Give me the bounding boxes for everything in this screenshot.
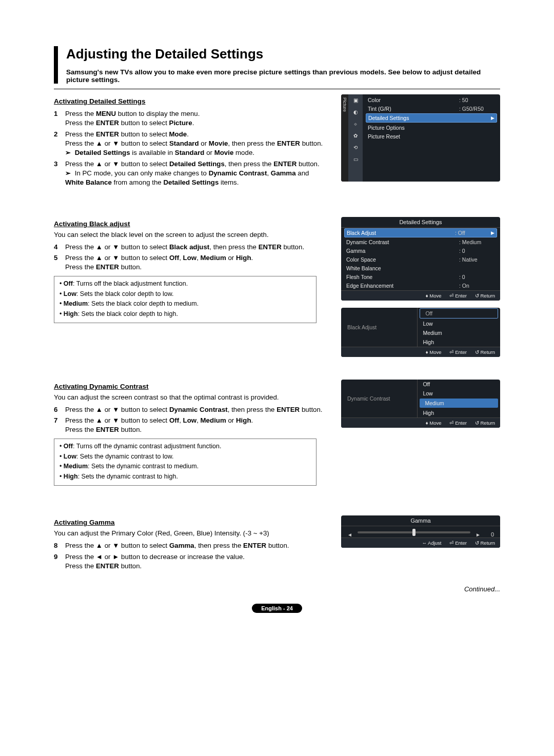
text: Press the ▲ or ▼ button to select xyxy=(65,160,169,168)
text: Press the ▲ or ▼ button to select xyxy=(65,406,169,413)
osd-item-edge-enhancement: Edge Enhancement xyxy=(346,283,459,289)
popup-option-medium: Medium xyxy=(418,328,500,337)
page-number-badge: English - 24 xyxy=(252,604,302,613)
kw-enter: ENTER xyxy=(96,119,119,127)
text: In PC mode, you can only make changes to xyxy=(75,169,209,177)
kw-dyncon: Dynamic Contrast xyxy=(169,406,228,413)
kw-medium: Medium xyxy=(201,254,226,262)
text: button to select xyxy=(119,119,169,127)
title-rule xyxy=(54,89,500,89)
continued-label: Continued... xyxy=(54,585,500,593)
osd-sidebar-label: Picture xyxy=(341,94,348,182)
footbar-return: ↺ Return xyxy=(475,420,495,426)
footbar-return: ↺ Return xyxy=(475,293,495,299)
footbar-enter: ⏎ Enter xyxy=(449,293,466,299)
kw-enter: ENTER xyxy=(243,542,266,549)
section-dynamic-contrast: Activating Dynamic Contrast You can adju… xyxy=(54,380,500,490)
osd-sidebar-icons: ▣ ◐ ⟐ ✿ ⟲ ▭ xyxy=(348,94,363,182)
osd-gamma-header: Gamma xyxy=(341,515,500,526)
text: , xyxy=(196,254,200,262)
gamma-value: 0 xyxy=(486,531,494,538)
text: Press the xyxy=(65,110,96,117)
kw-enter: ENTER xyxy=(276,406,300,413)
step-number: 8 xyxy=(54,541,65,550)
osd-item-black-adjust: Black Adjust xyxy=(347,230,455,236)
text: or xyxy=(226,254,236,262)
kw-enter: ENTER xyxy=(96,130,119,138)
footbar-return: ↺ Return xyxy=(475,349,495,355)
section-desc-c: You can adjust the screen contrast so th… xyxy=(54,393,329,401)
kw-enter: ENTER xyxy=(96,263,119,271)
osd-black-adjust-popup: Black Adjust Off Low Medium High ♦ Move … xyxy=(341,308,500,357)
text: button to display the menu. xyxy=(116,110,200,117)
step-body: Press the ▲ or ▼ button to select Detail… xyxy=(65,160,329,187)
osd-item-detailed-settings: Detailed Settings xyxy=(368,115,491,121)
osd-value: : 0 xyxy=(459,248,495,254)
section-desc-d: You can adjust the Primary Color (Red, G… xyxy=(54,529,329,537)
text: Press the ◄ or ► button to decrease or i… xyxy=(65,553,245,561)
kw-standard: Standard xyxy=(169,140,199,147)
kw-gamma: Gamma xyxy=(271,169,296,177)
kw-medium: Medium xyxy=(64,463,88,470)
text: Return xyxy=(480,349,495,355)
osd-header: Detailed Settings xyxy=(341,217,500,228)
osd-item-white-balance: White Balance xyxy=(346,265,495,271)
text: Move xyxy=(429,349,441,355)
kw-blackadjust: Black adjust xyxy=(169,243,209,251)
step-number: 5 xyxy=(54,253,65,272)
osd-value: : On xyxy=(459,283,495,289)
kw-low: Low xyxy=(183,254,197,262)
text: , xyxy=(179,416,183,424)
footbar-move: ♦ Move xyxy=(426,293,442,299)
text: , xyxy=(179,254,183,262)
footbar-adjust: ↔ Adjust xyxy=(422,540,441,546)
text: , then press the xyxy=(228,140,277,147)
section-heading-b: Activating Black adjust xyxy=(54,220,329,228)
popup-option-high: High xyxy=(418,408,500,417)
text: items. xyxy=(219,178,239,186)
kw-medium: Medium xyxy=(64,300,88,307)
text: and xyxy=(296,169,309,177)
osd-value: : Off xyxy=(455,230,491,236)
footbar-enter: ⏎ Enter xyxy=(449,420,466,426)
popup-option-off: Off xyxy=(418,380,500,389)
osd-value: : 50 xyxy=(459,97,495,103)
slider-right-arrow-icon: ► xyxy=(476,532,481,538)
step-number: 1 xyxy=(54,109,65,128)
text: Enter xyxy=(455,420,467,426)
text: . xyxy=(251,416,253,424)
step-number: 7 xyxy=(54,416,65,434)
note-arrow-icon: ➢ xyxy=(65,169,71,177)
input-icon: ⟲ xyxy=(353,145,358,150)
step-body: Press the ◄ or ► button to decrease or i… xyxy=(65,552,329,571)
step-body: Press the ENTER button to select Mode. P… xyxy=(65,130,329,157)
step-body: Press the ▲ or ▼ button to select Off, L… xyxy=(65,416,329,434)
text: Press the xyxy=(65,426,96,433)
text: , xyxy=(196,416,200,424)
text: Press the ▲ or ▼ button to select xyxy=(65,542,169,549)
kw-standard: Standard xyxy=(175,149,205,156)
text: button. xyxy=(119,263,142,271)
text: or xyxy=(204,149,214,156)
text: Enter xyxy=(455,293,467,299)
section-desc-b: You can select the black level on the sc… xyxy=(54,231,329,238)
osd-item-gamma: Gamma xyxy=(346,248,459,254)
kw-high: High xyxy=(64,473,78,480)
step-body: Press the ▲ or ▼ button to select Dynami… xyxy=(65,405,329,414)
kw-enter: ENTER xyxy=(277,140,300,147)
popup-option-low: Low xyxy=(418,319,500,328)
kw-movie: Movie xyxy=(209,140,228,147)
step-body: Press the ▲ or ▼ button to select Off, L… xyxy=(65,253,329,272)
section-black-adjust: Activating Black adjust You can select t… xyxy=(54,217,500,364)
osd-item-color: Color xyxy=(368,97,459,103)
osd-item-color-space: Color Space xyxy=(346,256,459,263)
osd-item-picture-reset: Picture Reset xyxy=(368,133,495,140)
step-number: 9 xyxy=(54,552,65,571)
step-number: 2 xyxy=(54,130,65,157)
kw-low: Low xyxy=(64,290,76,297)
footbar-enter: ⏎ Enter xyxy=(449,540,466,546)
text: , then press the xyxy=(209,243,258,251)
kw-enter: ENTER xyxy=(96,562,119,570)
note-box-dyncon: • Off: Turns off the dynamic contrast ad… xyxy=(54,439,316,486)
text: button. xyxy=(300,406,322,413)
